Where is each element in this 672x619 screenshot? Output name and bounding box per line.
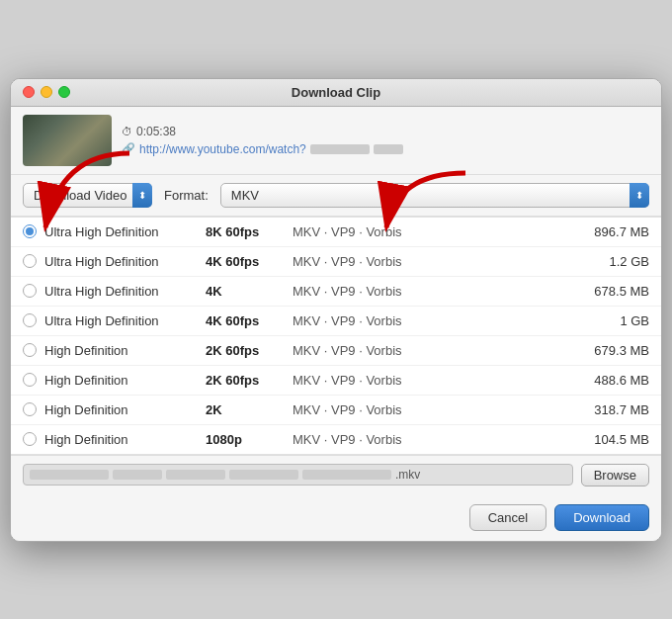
option-codec-6: MKV · VP9 · Vorbis — [293, 402, 572, 417]
option-resolution-5: 2K 60fps — [206, 373, 285, 388]
top-info-bar: ⏱ 0:05:38 🔗 http://www.youtube.com/watch… — [11, 107, 661, 175]
path-display: .mkv — [23, 464, 573, 486]
option-size-4: 679.3 MB — [580, 343, 649, 358]
format-label: Format: — [164, 188, 209, 203]
cancel-button[interactable]: Cancel — [469, 504, 546, 531]
option-codec-7: MKV · VP9 · Vorbis — [293, 432, 572, 447]
option-codec-1: MKV · VP9 · Vorbis — [293, 254, 572, 269]
option-row-5[interactable]: High Definition2K 60fpsMKV · VP9 · Vorbi… — [11, 366, 661, 396]
option-size-1: 1.2 GB — [580, 254, 649, 269]
option-quality-2: Ultra High Definition — [44, 284, 198, 299]
url-blur-2 — [374, 144, 403, 154]
controls-bar: Download Video Download Audio ⬍ Format: … — [11, 175, 661, 217]
option-quality-3: Ultra High Definition — [44, 313, 198, 328]
path-extension: .mkv — [395, 468, 420, 482]
option-row-4[interactable]: High Definition2K 60fpsMKV · VP9 · Vorbi… — [11, 336, 661, 366]
option-resolution-7: 1080p — [206, 432, 285, 447]
format-select[interactable]: MKV MP4 AVI MOV — [220, 183, 649, 208]
option-row-7[interactable]: High Definition1080pMKV · VP9 · Vorbis10… — [11, 425, 661, 454]
option-resolution-6: 2K — [206, 402, 285, 417]
maximize-button[interactable] — [58, 86, 70, 98]
radio-btn-2[interactable] — [23, 284, 37, 298]
option-size-5: 488.6 MB — [580, 373, 649, 388]
option-size-7: 104.5 MB — [580, 432, 649, 447]
path-seg-4 — [229, 470, 298, 480]
radio-btn-1[interactable] — [23, 254, 37, 268]
radio-btn-7[interactable] — [23, 432, 37, 446]
path-seg-5 — [302, 470, 391, 480]
url-info[interactable]: 🔗 http://www.youtube.com/watch? — [122, 142, 403, 156]
path-segments — [30, 470, 391, 480]
option-codec-3: MKV · VP9 · Vorbis — [293, 313, 572, 328]
window-title: Download Clip — [292, 85, 380, 100]
option-quality-1: Ultra High Definition — [44, 254, 198, 269]
duration-value: 0:05:38 — [136, 125, 176, 138]
option-row-1[interactable]: Ultra High Definition4K 60fpsMKV · VP9 ·… — [11, 247, 661, 277]
option-codec-5: MKV · VP9 · Vorbis — [293, 373, 572, 388]
download-type-wrapper: Download Video Download Audio ⬍ — [23, 183, 152, 208]
browse-button[interactable]: Browse — [581, 464, 649, 486]
option-row-0[interactable]: Ultra High Definition8K 60fpsMKV · VP9 ·… — [11, 218, 661, 247]
radio-btn-3[interactable] — [23, 313, 37, 327]
url-text: http://www.youtube.com/watch? — [139, 142, 306, 156]
option-quality-4: High Definition — [44, 343, 198, 358]
option-size-0: 896.7 MB — [580, 224, 649, 239]
path-seg-3 — [166, 470, 225, 480]
option-resolution-2: 4K — [206, 284, 285, 299]
url-blur-1 — [310, 144, 370, 154]
titlebar: Download Clip — [11, 79, 661, 107]
radio-btn-0[interactable] — [23, 224, 37, 238]
option-quality-7: High Definition — [44, 432, 198, 447]
radio-btn-4[interactable] — [23, 343, 37, 357]
download-type-select[interactable]: Download Video Download Audio — [23, 183, 152, 208]
option-quality-6: High Definition — [44, 402, 198, 417]
option-resolution-0: 8K 60fps — [206, 224, 285, 239]
video-thumbnail — [23, 115, 112, 166]
options-list: Ultra High Definition8K 60fpsMKV · VP9 ·… — [11, 217, 661, 455]
option-row-6[interactable]: High Definition2KMKV · VP9 · Vorbis318.7… — [11, 396, 661, 425]
option-size-3: 1 GB — [580, 313, 649, 328]
duration-info: ⏱ 0:05:38 — [122, 125, 403, 138]
option-quality-5: High Definition — [44, 373, 198, 388]
option-resolution-1: 4K 60fps — [206, 254, 285, 269]
option-codec-4: MKV · VP9 · Vorbis — [293, 343, 572, 358]
option-row-2[interactable]: Ultra High Definition4KMKV · VP9 · Vorbi… — [11, 277, 661, 307]
format-select-wrapper: MKV MP4 AVI MOV ⬍ — [220, 183, 649, 208]
path-seg-2 — [113, 470, 162, 480]
minimize-button[interactable] — [41, 86, 52, 98]
main-window: Download Clip ⏱ 0:05:38 🔗 http://www.you… — [10, 78, 662, 542]
download-button[interactable]: Download — [554, 504, 649, 531]
action-bar: Cancel Download — [11, 494, 661, 541]
footer-path-bar: .mkv Browse — [11, 455, 661, 494]
link-icon: 🔗 — [122, 142, 135, 155]
option-row-3[interactable]: Ultra High Definition4K 60fpsMKV · VP9 ·… — [11, 307, 661, 336]
clock-icon: ⏱ — [122, 126, 132, 137]
option-codec-0: MKV · VP9 · Vorbis — [293, 224, 572, 239]
traffic-lights — [23, 86, 70, 98]
option-resolution-3: 4K 60fps — [206, 313, 285, 328]
option-size-6: 318.7 MB — [580, 402, 649, 417]
close-button[interactable] — [23, 86, 35, 98]
option-quality-0: Ultra High Definition — [44, 224, 198, 239]
option-size-2: 678.5 MB — [580, 284, 649, 299]
radio-btn-5[interactable] — [23, 373, 37, 387]
radio-btn-6[interactable] — [23, 402, 37, 416]
option-codec-2: MKV · VP9 · Vorbis — [293, 284, 572, 299]
path-seg-1 — [30, 470, 109, 480]
option-resolution-4: 2K 60fps — [206, 343, 285, 358]
